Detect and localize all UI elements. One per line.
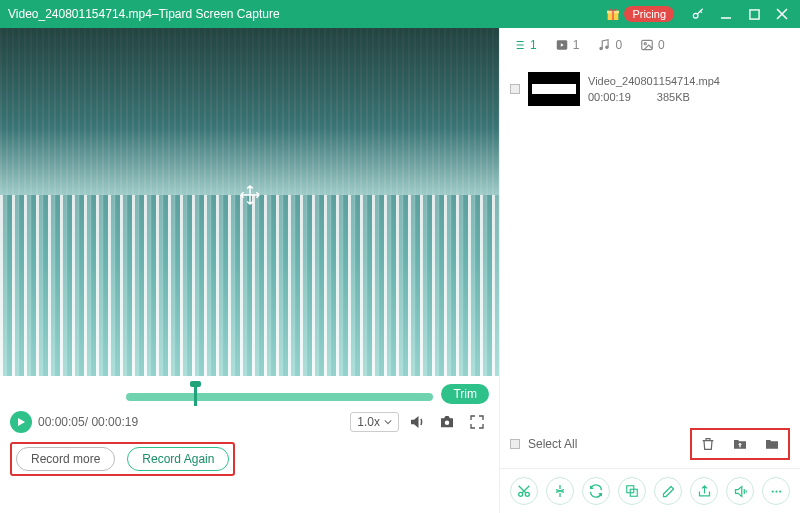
svg-rect-9: [642, 40, 653, 49]
key-icon[interactable]: [688, 4, 708, 24]
time-display: 00:00:05/ 00:00:19: [38, 415, 344, 429]
svg-point-15: [771, 490, 773, 492]
tab-audio[interactable]: 0: [597, 38, 622, 52]
open-folder-icon[interactable]: [760, 432, 784, 456]
file-size: 385KB: [657, 91, 690, 103]
export-folder-icon[interactable]: [728, 432, 752, 456]
file-name: Video_240801154714.mp4: [588, 75, 790, 87]
record-buttons-highlight: Record more Record Again: [10, 442, 235, 476]
speed-value: 1.0x: [357, 415, 380, 429]
chevron-down-icon: [384, 418, 392, 426]
record-again-button[interactable]: Record Again: [127, 447, 229, 471]
svg-point-7: [600, 47, 602, 49]
convert-icon[interactable]: [582, 477, 610, 505]
pricing-badge[interactable]: Pricing: [624, 6, 674, 22]
video-icon: [555, 38, 569, 52]
close-button[interactable]: [772, 4, 792, 24]
minimize-button[interactable]: [716, 4, 736, 24]
delete-icon[interactable]: [696, 432, 720, 456]
svg-point-17: [779, 490, 781, 492]
tool-strip: [500, 468, 800, 513]
trim-button[interactable]: Trim: [441, 384, 489, 404]
svg-point-10: [644, 43, 646, 45]
title-app: Tipard Screen Capture: [159, 7, 280, 21]
svg-rect-2: [613, 11, 614, 20]
tab-list[interactable]: 1: [512, 38, 537, 52]
more-icon[interactable]: [762, 477, 790, 505]
speed-selector[interactable]: 1.0x: [350, 412, 399, 432]
list-item[interactable]: Video_240801154714.mp4 00:00:19 385KB: [508, 68, 792, 110]
move-cursor-icon: [239, 184, 261, 206]
maximize-button[interactable]: [744, 4, 764, 24]
list-icon: [512, 38, 526, 52]
file-checkbox[interactable]: [510, 84, 520, 94]
fullscreen-icon[interactable]: [465, 410, 489, 434]
title-filename: Video_240801154714.mp4: [8, 7, 152, 21]
file-duration: 00:00:19: [588, 91, 631, 103]
svg-rect-4: [749, 9, 758, 18]
file-ops-highlight: [690, 428, 790, 460]
file-thumbnail[interactable]: [528, 72, 580, 106]
tab-image[interactable]: 0: [640, 38, 665, 52]
gift-icon[interactable]: [604, 5, 622, 23]
title-separator: –: [152, 7, 159, 21]
record-more-button[interactable]: Record more: [16, 447, 115, 471]
media-tabs: 1 1 0 0: [500, 28, 800, 62]
music-icon: [597, 38, 611, 52]
select-all-checkbox[interactable]: [510, 439, 520, 449]
merge-icon[interactable]: [618, 477, 646, 505]
trim-handle[interactable]: [194, 386, 197, 406]
edit-icon[interactable]: [654, 477, 682, 505]
volume-icon[interactable]: [405, 410, 429, 434]
file-list: Video_240801154714.mp4 00:00:19 385KB: [500, 62, 800, 420]
select-all-label: Select All: [528, 437, 577, 451]
svg-point-16: [775, 490, 777, 492]
trim-track[interactable]: [126, 388, 433, 400]
svg-point-5: [445, 421, 450, 426]
trim-lead: [10, 393, 118, 395]
play-button[interactable]: [10, 411, 32, 433]
snapshot-icon[interactable]: [435, 410, 459, 434]
svg-point-3: [693, 13, 698, 18]
share-icon[interactable]: [690, 477, 718, 505]
cut-icon[interactable]: [510, 477, 538, 505]
video-preview[interactable]: [0, 28, 499, 376]
tab-video[interactable]: 1: [555, 38, 580, 52]
title-bar: Video_240801154714.mp4 – Tipard Screen C…: [0, 0, 800, 28]
compress-icon[interactable]: [546, 477, 574, 505]
svg-point-8: [606, 46, 608, 48]
volume-tool-icon[interactable]: [726, 477, 754, 505]
image-icon: [640, 38, 654, 52]
